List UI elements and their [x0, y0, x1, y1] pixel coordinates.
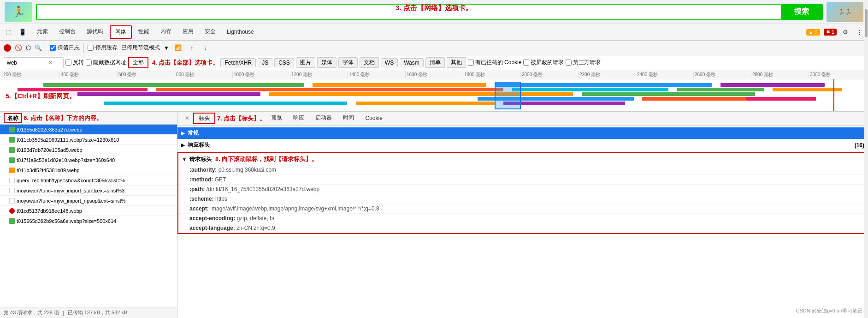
- item-icon: [9, 137, 15, 143]
- search-icon[interactable]: 🔍: [35, 44, 42, 51]
- tab-response[interactable]: 响应: [288, 112, 310, 125]
- list-item[interactable]: t01355d8202e363a27d.webp: [0, 125, 177, 135]
- devtools-right-icons: ▲ 3 ✖ 1 ⚙ ⋮: [806, 27, 864, 37]
- list-item[interactable]: t017f1a9c53e1d02e10.webp?size=360x640: [0, 155, 177, 165]
- filter-css-chip[interactable]: CSS: [274, 58, 294, 67]
- separator-1: [46, 43, 46, 53]
- blocked-requests-input[interactable]: [523, 60, 529, 66]
- tab-security[interactable]: 安全: [199, 25, 221, 39]
- tab-lighthouse[interactable]: Lighthouse: [221, 26, 260, 39]
- filter-ws-chip[interactable]: WS: [381, 58, 398, 67]
- filter-doc-chip[interactable]: 文档: [360, 57, 379, 68]
- filter-fetch-xhr-chip[interactable]: Fetch/XHR: [220, 58, 256, 67]
- filter-icon[interactable]: ⬡: [26, 44, 31, 51]
- item-icon: [9, 218, 15, 224]
- item-icon: [9, 178, 15, 183]
- list-item[interactable]: t011cb3505a20692111.webp?size=1230x610: [0, 135, 177, 145]
- list-item[interactable]: t015665d392b9c56a6e.webp?size=500x614: [0, 216, 177, 226]
- footer-transferred: 已传输 137 kB，共 532 kB: [68, 309, 128, 316]
- hide-data-urls-checkbox[interactable]: 隐藏数据网址: [86, 59, 126, 66]
- header-val: image/avif,image/webp,image/apng,image/s…: [210, 205, 379, 212]
- filter-clear-button[interactable]: ✕: [48, 60, 53, 66]
- filter-all-chip[interactable]: 全部: [128, 57, 148, 68]
- list-item[interactable]: t011b3df52f45381b89.webp: [0, 165, 177, 175]
- timeline-area: 200 毫秒 400 毫秒 600 毫秒 800 毫秒 1000 毫秒 1200…: [0, 70, 868, 112]
- devtools-icon-group: ⬚ 📱: [4, 27, 28, 37]
- item-icon: [9, 157, 15, 163]
- stop-button[interactable]: 🚫: [15, 44, 22, 52]
- blocked-cookies-checkbox[interactable]: 有已拦截的 Cookie: [468, 59, 522, 66]
- item-icon: [9, 188, 15, 193]
- throttle-dropdown[interactable]: ▼: [164, 45, 169, 51]
- timeline-bar-17: [356, 102, 495, 105]
- ruler-tick-2: 400 毫秒: [59, 72, 117, 78]
- item-name: t01355d8202e363a27d.webp: [17, 127, 83, 132]
- record-button[interactable]: [4, 44, 11, 52]
- list-item[interactable]: moyuwan?func=myw_import_npsup&ext=sinst%: [0, 196, 177, 206]
- item-icon: [9, 127, 15, 132]
- ruler-tick-3: 600 毫秒: [117, 72, 175, 78]
- filter-input[interactable]: [7, 60, 48, 66]
- preserve-log-checkbox[interactable]: 保留日志: [50, 44, 80, 52]
- close-tab-button[interactable]: ✕: [181, 113, 193, 124]
- item-name: t015665d392b9c56a6e.webp?size=500x614: [17, 218, 116, 224]
- network-toolbar: 🚫 ⬡ 🔍 保留日志 停用缓存 已停用节流模式 ▼ 📶 ↑ ↓: [0, 41, 868, 55]
- timeline-bar-12: [582, 92, 756, 96]
- upload-icon: ↑: [187, 43, 197, 53]
- list-item[interactable]: t01cd5137db918ee148.webp: [0, 206, 177, 216]
- request-headers-section-header[interactable]: ▼ 请求标头 8. 向下滚动鼠标，找到【请求标头】。: [178, 153, 867, 165]
- tab-headers[interactable]: 标头: [193, 113, 215, 124]
- tab-memory[interactable]: 内存: [155, 25, 177, 39]
- list-item[interactable]: query_rec.html?type=show&count=30&kwlist…: [0, 175, 177, 186]
- blocked-cookies-input[interactable]: [468, 60, 474, 66]
- general-chevron: ▶: [181, 131, 185, 136]
- footer-requests: 第 43 项请求，共 238 项: [4, 309, 59, 316]
- timeline-bar-11: [269, 92, 573, 96]
- list-item[interactable]: moyuwan?func=myw_import_start&ext=sinst%…: [0, 186, 177, 196]
- device-icon[interactable]: 📱: [18, 27, 28, 37]
- tab-network[interactable]: 网络: [110, 25, 132, 39]
- ruler-tick-14: 2800 毫秒: [751, 72, 809, 78]
- tab-preview[interactable]: 预览: [266, 112, 288, 125]
- item-name: t0193d7db720e105ad5.webp: [17, 147, 83, 153]
- more-icon[interactable]: ⋮: [854, 27, 864, 37]
- tab-cookies[interactable]: Cookie: [360, 113, 388, 124]
- preserve-log-input[interactable]: [50, 45, 56, 51]
- third-party-checkbox[interactable]: 第三方请求: [566, 59, 601, 66]
- tab-performance[interactable]: 性能: [133, 25, 155, 39]
- settings-icon[interactable]: ⚙: [840, 27, 850, 37]
- invert-checkbox[interactable]: 反转: [65, 59, 84, 66]
- filter-media-chip[interactable]: 媒体: [317, 57, 337, 68]
- header-row-path: :path: /dmfd/16_16_75/t01355d8202e363a27…: [178, 185, 867, 194]
- search-button[interactable]: 搜索: [781, 4, 822, 20]
- separator-2: [83, 43, 84, 53]
- csdn-watermark: CSDN @安迪python学习笔记: [796, 307, 862, 314]
- filter-js-chip[interactable]: JS: [258, 58, 272, 67]
- step5-annotation: 5.【Ctrl+R】刷新网页。: [4, 91, 77, 102]
- blocked-requests-checkbox[interactable]: 被屏蔽的请求: [523, 59, 564, 66]
- tab-sources[interactable]: 源代码: [81, 25, 109, 39]
- tab-console[interactable]: 控制台: [53, 25, 81, 39]
- tab-initiator[interactable]: 启动器: [310, 112, 337, 125]
- right-content: ▶ 常规 ▶ 响应标头 (16) ▼ 请求标头 8. 向下滚动鼠标，找到【请求标…: [177, 126, 868, 318]
- disable-cache-input[interactable]: [88, 45, 94, 51]
- filter-font-chip[interactable]: 字体: [338, 57, 358, 68]
- invert-input[interactable]: [65, 60, 71, 66]
- response-headers-section-header[interactable]: ▶ 响应标头 (16): [177, 139, 868, 151]
- tab-application[interactable]: 应用: [177, 25, 199, 39]
- header-key: :method:: [189, 176, 215, 183]
- filter-img-chip[interactable]: 图片: [296, 57, 315, 68]
- hide-data-urls-input[interactable]: [86, 60, 92, 66]
- disable-cache-checkbox[interactable]: 停用缓存: [88, 44, 118, 52]
- third-party-input[interactable]: [566, 60, 572, 66]
- tab-timing[interactable]: 时间: [337, 112, 360, 125]
- filter-other-chip[interactable]: 其他: [447, 57, 466, 68]
- filter-wasm-chip[interactable]: Wasm: [400, 58, 424, 67]
- tab-elements[interactable]: 元素: [31, 25, 53, 39]
- list-scrollbar[interactable]: [864, 0, 868, 318]
- list-item[interactable]: t0193d7db720e105ad5.webp: [0, 145, 177, 155]
- header-key: :scheme:: [189, 196, 215, 202]
- inspect-icon[interactable]: ⬚: [4, 27, 14, 37]
- filter-manifest-chip[interactable]: 清单: [425, 57, 445, 68]
- general-section-header[interactable]: ▶ 常规: [177, 127, 868, 139]
